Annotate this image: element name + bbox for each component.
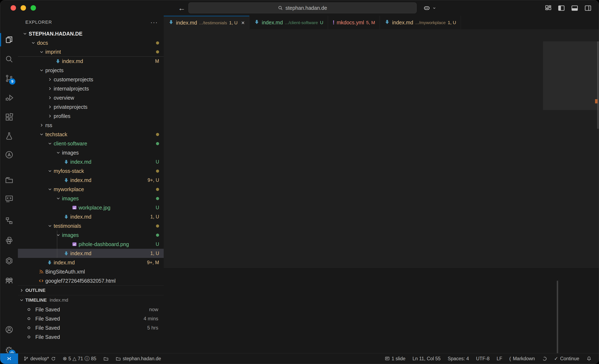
tree-item-client-software[interactable]: client-software [18,139,164,148]
tree-item-techstack[interactable]: techstack [18,130,164,139]
timeline-entry[interactable]: File Savednow [18,305,164,314]
close-tab-icon[interactable]: × [241,19,245,26]
activity-structure[interactable] [0,212,18,230]
activity-extensions[interactable] [0,108,18,126]
editor-scrollbar[interactable] [597,41,599,129]
tree-item-index-md[interactable]: index.md1, U [18,212,164,221]
remote-indicator[interactable] [0,353,18,364]
tree-item-overview[interactable]: overview [18,93,164,102]
tree-item-docs[interactable]: docs [18,38,164,47]
tree-item-label: privateprojects [54,104,88,110]
cursor-position-status[interactable]: Ln 11, Col 55 [413,356,440,362]
tree-item-stephan-hadan-de[interactable]: STEPHAN.HADAN.DE [18,29,164,38]
tree-item-profiles[interactable]: profiles [18,112,164,121]
tree-item-pihole-dashboard-png[interactable]: pihole-dashboard.pngU [18,240,164,249]
tree-item-internalprojects[interactable]: internalprojects [18,84,164,93]
structure-icon [5,216,14,225]
toggle-secondary-sidebar-icon[interactable] [584,4,592,12]
minimize-window-button[interactable] [21,5,26,11]
git-branch-status[interactable]: develop* [24,356,56,362]
spinner-status[interactable] [542,356,547,361]
toggle-primary-sidebar-icon[interactable] [558,4,565,12]
tree-item-testimonials[interactable]: testimonials [18,221,164,231]
problems-status[interactable]: ⊗ 5 △ 71 ⓘ 85 [63,355,97,362]
eol-status[interactable]: LF [497,356,502,362]
testing-icon [5,132,14,140]
tree-item-label: client-software [54,141,87,147]
tree-item-myfoss-stack[interactable]: myfoss-stack [18,166,164,176]
timeline-entry[interactable]: File Saved5 hrs [18,323,164,332]
activity-source-control[interactable]: 9 [0,69,18,88]
activity-testing[interactable] [0,127,18,145]
editor-tab-4[interactable]: index.md.../myworkplace1, U [380,16,461,29]
continue-extension-status[interactable]: ✓ Continue [554,356,579,362]
toggle-panel-icon[interactable] [571,4,578,12]
tree-item-images[interactable]: images [18,194,164,203]
timeline-section-header[interactable]: TIMELINEindex.md [18,295,164,305]
tree-item-index-md[interactable]: index.md1, U [18,249,164,258]
tree-item-bingsiteauth-xml[interactable]: BingSiteAuth.xml [18,267,164,276]
language-mode-status[interactable]: ( Markdown [509,356,535,362]
activity-search[interactable] [0,50,18,68]
activity-accounts[interactable] [0,320,18,339]
workspace-folder-button[interactable] [103,356,109,361]
terminal-output[interactable] [164,280,559,353]
tree-item-index-md[interactable]: index.mdU [18,157,164,166]
outline-section-header[interactable]: OUTLINE [18,285,164,295]
md-file-icon [62,178,70,183]
copilot-menu[interactable] [423,0,436,16]
site-folder-status[interactable]: stephan.hadan.de [116,356,161,362]
encoding-status[interactable]: UTF-8 [476,356,490,362]
activity-live-preview[interactable] [0,190,18,208]
tree-item-privateprojects[interactable]: privateprojects [18,102,164,112]
editor-tab-3[interactable]: !mkdocs.yml5, M [328,16,380,29]
chevron-right-icon [46,87,54,91]
zoom-window-button[interactable] [31,5,36,11]
tree-item-index-md[interactable]: index.md9+, U [18,176,164,185]
tree-item-rss[interactable]: rss [18,121,164,130]
tree-item-myworkplace[interactable]: myworkplace [18,185,164,194]
explorer-more-actions-icon[interactable]: ··· [150,19,158,26]
tree-item-workplace-jpg[interactable]: workplace.jpgU [18,203,164,212]
md-file-icon [384,19,390,26]
tab-file-name: index.md [262,19,283,26]
chevron-down-icon [432,6,436,10]
git-status-dot [156,186,164,192]
status-bar: develop* ⊗ 5 △ 71 ⓘ 85 [0,353,599,364]
chevron-down-icon [46,187,54,191]
activity-chat-faces[interactable] [0,271,18,290]
editor-tab-2[interactable]: index.md.../client-softwareU [249,16,328,29]
remote-icon [6,355,12,362]
tab-file-name: mkdocs.yml [336,19,364,26]
tree-item-index-md[interactable]: index.mdM [18,57,164,66]
tree-item-index-md[interactable]: index.md9+, M [18,258,164,267]
terminal-scrollbar[interactable] [557,281,558,364]
tree-item-images[interactable]: images [18,231,164,240]
tree-item-label: rss [45,122,52,128]
tree-item-imprint[interactable]: imprint [18,47,164,57]
slides-status[interactable]: 1 slide [385,356,405,362]
tree-item-googlef727264f56832057-html[interactable]: googlef727264f56832057.html [18,276,164,285]
activity-explorer[interactable] [0,31,18,49]
activity-run-and-debug[interactable] [0,89,18,107]
tree-item-label: myworkplace [54,186,84,192]
close-window-button[interactable] [11,5,16,11]
activity-circle-a[interactable] [0,146,18,164]
indentation-status[interactable]: Spaces: 4 [448,356,469,362]
timeline-entry[interactable]: File Saved [18,332,164,342]
command-center-search[interactable]: stephan.hadan.de [188,2,417,13]
tab-file-path: .../testimonials [199,20,227,25]
tree-item-projects[interactable]: projects [18,66,164,75]
activity-project-folder[interactable] [0,171,18,189]
activity-python[interactable] [0,231,18,250]
customize-layout-icon[interactable] [545,5,552,12]
tree-item-images[interactable]: images [18,148,164,157]
minimap-slider[interactable] [543,41,598,110]
activity-hexagon-tool[interactable] [0,252,18,270]
timeline-entry[interactable]: File Saved4 mins [18,314,164,323]
editor-tab-1[interactable]: index.md.../testimonials1, U× [164,16,249,29]
notifications-status[interactable] [586,356,592,361]
editor-pane[interactable] [164,41,599,267]
navigate-back-icon[interactable]: ← [178,4,185,12]
tree-item-customerprojects[interactable]: customerprojects [18,75,164,84]
